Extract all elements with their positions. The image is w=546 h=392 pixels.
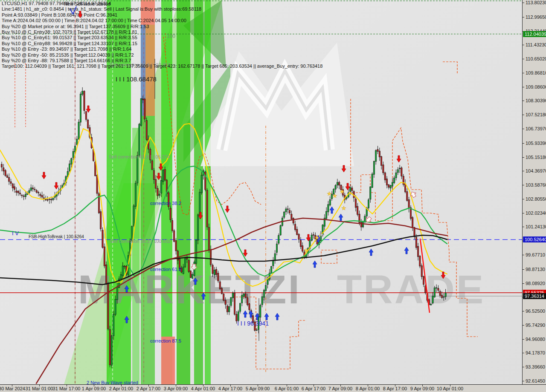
candle-body [232, 293, 233, 298]
candle-body [326, 211, 327, 219]
candle-body [210, 249, 212, 265]
candle-body [168, 193, 169, 207]
time-axis[interactable]: 30 Mar 202431 Mar 01:0031 Mar 17:001 Apr… [0, 384, 546, 392]
price-tick-mark [523, 59, 524, 59]
candle-body [14, 187, 15, 190]
time-tick-label: 31 Mar 01:00 [26, 386, 53, 391]
candle-body [144, 99, 145, 119]
session-band [132, 128, 139, 384]
candle-body [355, 199, 356, 208]
candle-body [84, 91, 85, 111]
candle-body [73, 151, 74, 158]
candle-body [9, 177, 10, 182]
candle-body [102, 230, 103, 248]
candle-body [256, 330, 257, 331]
time-tick-label: 10 Apr 01:00 [437, 386, 463, 391]
candle-body [164, 170, 166, 180]
candle-body [388, 184, 389, 187]
candle-body [250, 311, 252, 317]
time-tick-label: 30 Mar 2024 [0, 386, 25, 391]
candle-body [419, 256, 421, 266]
candle-body [133, 206, 134, 225]
candle-body [320, 235, 322, 241]
candle-body [265, 285, 267, 291]
candle-body [294, 224, 296, 230]
candle-body [142, 99, 144, 100]
candle-body [407, 192, 408, 201]
time-tick-label: 4 Apr 01:00 [191, 386, 215, 391]
candle-body [78, 122, 79, 139]
candle-body [212, 265, 213, 274]
candle-body [17, 191, 19, 193]
candle-body [274, 254, 276, 260]
price-axis[interactable]: 113.80230112.99650112.21440111.43230110.… [522, 0, 546, 384]
candle-body [434, 288, 435, 297]
candle-body [329, 199, 331, 205]
price-tick-mark [523, 339, 524, 340]
candle-body [179, 259, 180, 269]
candle-body [243, 294, 244, 296]
candle-body [443, 297, 444, 297]
price-level-badge: 97.36314 [523, 293, 546, 299]
price-tick-label: 105.93390 [526, 141, 546, 146]
candle-body [85, 112, 87, 120]
candle-body [328, 205, 329, 212]
candle-body [289, 210, 290, 213]
price-tick-mark [523, 381, 524, 381]
candle-body [170, 208, 171, 219]
candle-body [370, 187, 371, 199]
time-tick-label: 31 Mar 17:00 [53, 386, 81, 391]
candle-body [260, 306, 261, 317]
candle-body [146, 120, 147, 139]
candle-body [186, 258, 188, 259]
watermark-brand-right: TRADE [337, 267, 485, 312]
candle-body [351, 188, 353, 190]
candle-body [219, 282, 221, 289]
time-tick-label: 6 Apr 01:00 [275, 386, 299, 391]
chart-plot-area[interactable]: MARKETZITRADE LTCUSD,H1 97.79408 97.7940… [0, 0, 522, 384]
candle-body [113, 314, 114, 336]
candle-body [221, 288, 222, 294]
price-tick-label: 94.17870 [526, 350, 545, 355]
candle-body [247, 298, 248, 305]
candle-body [195, 240, 197, 264]
candle-body [302, 246, 303, 251]
candle-body [373, 161, 375, 175]
candle-body [383, 165, 384, 173]
price-tick-mark [523, 171, 524, 171]
candle-body [155, 179, 157, 188]
candle-body [120, 274, 122, 279]
candle-body [249, 304, 250, 310]
candle-body [30, 188, 32, 190]
candle-body [201, 175, 202, 193]
candle-body [192, 274, 193, 279]
candle-body [227, 306, 228, 312]
price-tick-mark [523, 129, 524, 129]
candle-body [36, 190, 37, 192]
candle-body [25, 194, 26, 197]
candle-body [52, 198, 54, 200]
candle-body [32, 188, 34, 189]
candle-body [5, 170, 6, 176]
candle-body [49, 199, 50, 200]
candle-body [163, 170, 164, 182]
chart-canvas: MARKETZITRADE [0, 0, 522, 384]
price-tick-mark [523, 367, 524, 367]
candle-body [43, 198, 44, 199]
time-tick-label: 8 Apr 01:00 [356, 386, 380, 391]
candle-body [245, 294, 246, 298]
candle-body [349, 187, 351, 192]
candle-body [390, 186, 391, 188]
price-level-badge: 100.52640 [523, 236, 546, 242]
candle-body [157, 188, 158, 196]
candle-body [47, 200, 48, 201]
candle-body [69, 164, 70, 171]
candle-body [368, 200, 369, 208]
price-tick-label: 107.52180 [526, 112, 546, 117]
candle-body [197, 215, 199, 240]
price-tick-mark [523, 227, 524, 227]
session-band [141, 0, 155, 25]
watermark-brand-left: MARKETZI [78, 267, 301, 312]
price-tick-label: 113.80230 [526, 0, 546, 5]
price-tick-mark [523, 45, 524, 45]
